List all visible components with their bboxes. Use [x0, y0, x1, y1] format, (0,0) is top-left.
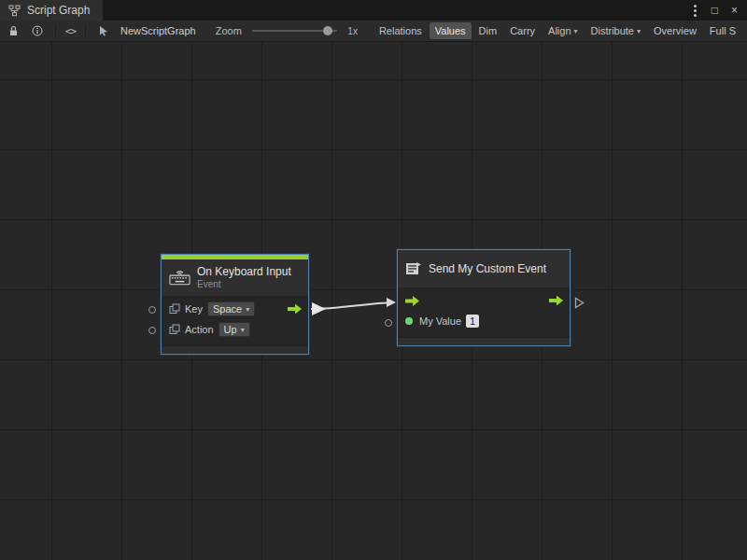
- toolbar-separator: [55, 24, 56, 38]
- node-footer: [398, 337, 570, 345]
- dim-button[interactable]: Dim: [473, 22, 503, 39]
- key-dropdown[interactable]: Space ▾: [207, 301, 255, 316]
- trigger-output-port[interactable]: [549, 296, 563, 306]
- stack-icon: [169, 324, 180, 335]
- align-dropdown-button[interactable]: Align▾: [543, 22, 583, 39]
- action-input-port[interactable]: [148, 327, 156, 334]
- custom-event-icon: [405, 261, 422, 276]
- script-graph-tab-icon: [6, 2, 22, 19]
- port-row-key: Key Space ▾: [162, 299, 308, 319]
- window-menu-icon[interactable]: [692, 9, 698, 12]
- node-title: On Keyboard Input: [197, 265, 291, 279]
- node-subtitle: Event: [197, 279, 291, 290]
- trigger-input-port[interactable]: [405, 296, 419, 306]
- value-row: My Value 1: [398, 311, 570, 331]
- node-footer: [162, 345, 308, 354]
- distribute-dropdown-button[interactable]: Distribute▾: [585, 22, 646, 39]
- trigger-row: [398, 290, 570, 311]
- window-maximize-icon[interactable]: □: [712, 0, 718, 21]
- keyboard-icon: [169, 270, 190, 286]
- node-send-my-custom-event[interactable]: Send My Custom Event My Value 1: [397, 249, 571, 346]
- graph-asset-icon: [95, 22, 112, 39]
- values-button[interactable]: Values: [430, 22, 472, 39]
- chevron-down-icon: ▾: [246, 305, 249, 314]
- fullscreen-button[interactable]: Full S: [704, 22, 741, 39]
- toolbar-separator: [85, 24, 86, 38]
- graph-canvas[interactable]: On Keyboard Input Event Key Space ▾: [0, 42, 747, 560]
- titlebar-spacer: [103, 0, 691, 21]
- chevron-down-icon: ▾: [574, 27, 578, 35]
- node-header[interactable]: On Keyboard Input Event: [162, 259, 308, 296]
- node-on-keyboard-input[interactable]: On Keyboard Input Event Key Space ▾: [161, 254, 309, 355]
- trigger-output-port[interactable]: [288, 304, 302, 315]
- carry-button[interactable]: Carry: [504, 22, 541, 39]
- chevron-down-icon: ▾: [241, 326, 245, 334]
- value-port-dot[interactable]: [405, 317, 413, 325]
- key-input-port[interactable]: [148, 306, 156, 314]
- value-input-field[interactable]: 1: [466, 315, 479, 328]
- overview-button[interactable]: Overview: [648, 22, 702, 39]
- key-port-label: Key: [185, 303, 203, 315]
- info-icon[interactable]: [29, 22, 46, 39]
- value-input-port[interactable]: [385, 319, 392, 327]
- node-title: Send My Custom Event: [429, 262, 546, 276]
- lock-icon[interactable]: [6, 22, 22, 39]
- action-dropdown[interactable]: Up ▾: [218, 322, 250, 337]
- action-port-label: Action: [185, 324, 214, 335]
- port-row-action: Action Up ▾: [162, 319, 308, 340]
- node-header[interactable]: Send My Custom Event: [398, 250, 570, 287]
- relations-button[interactable]: Relations: [374, 22, 428, 39]
- connection-wire: [0, 42, 747, 560]
- graph-name-label[interactable]: NewScriptGraph: [120, 25, 196, 36]
- zoom-value: 1x: [347, 26, 358, 36]
- output-connect-triangle[interactable]: [574, 297, 585, 311]
- chevron-down-icon: ▾: [637, 27, 641, 35]
- tab-title: Script Graph: [27, 4, 90, 17]
- window-titlebar: Script Graph □ ×: [0, 0, 747, 21]
- tab-script-graph[interactable]: Script Graph: [0, 0, 103, 21]
- zoom-slider[interactable]: [252, 30, 338, 32]
- window-close-icon[interactable]: ×: [731, 0, 738, 21]
- stack-icon: [169, 303, 180, 315]
- zoom-slider-thumb[interactable]: [323, 26, 332, 35]
- code-view-icon[interactable]: <>: [65, 25, 76, 37]
- value-port-label: My Value: [419, 315, 461, 327]
- graph-toolbar: <> NewScriptGraph Zoom 1x Relations Valu…: [0, 21, 747, 42]
- zoom-label: Zoom: [216, 25, 242, 36]
